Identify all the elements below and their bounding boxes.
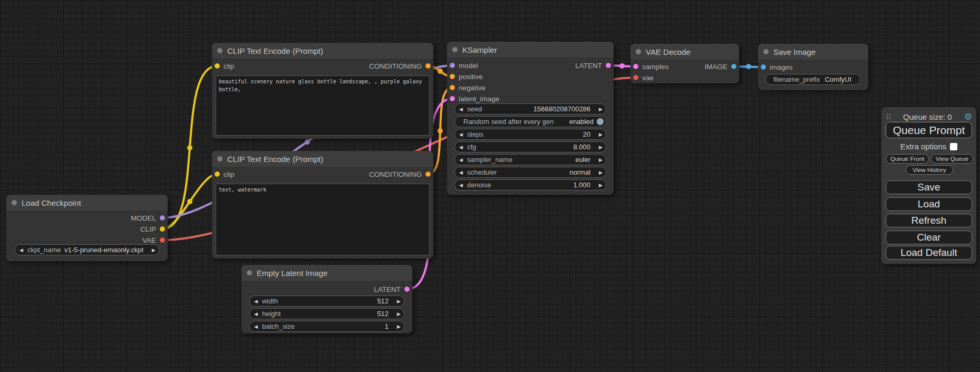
decrement-arrow-icon[interactable]: ◀ [455, 107, 467, 112]
steps-widget[interactable]: ◀ steps 20 ▶ [454, 129, 606, 140]
increment-arrow-icon[interactable]: ▶ [394, 324, 404, 329]
clip-port-icon[interactable] [160, 226, 165, 232]
decrement-arrow-icon[interactable]: ◀ [455, 170, 467, 175]
load-button[interactable]: Load [886, 197, 972, 211]
image-port-icon[interactable] [731, 64, 736, 69]
increment-arrow-icon[interactable]: ▶ [394, 299, 404, 304]
output-slot-clip: CLIP [6, 225, 168, 233]
decrement-arrow-icon[interactable]: ◀ [15, 247, 27, 253]
seed-widget[interactable]: ◀ seed 156680208700286 ▶ [454, 103, 606, 115]
graph-canvas[interactable]: Load Checkpoint MODEL CLIP VAE ◀ ckpt_na… [0, 0, 980, 372]
increment-arrow-icon[interactable]: ▶ [596, 145, 606, 150]
queue-prompt-button[interactable]: Queue Prompt [886, 122, 972, 138]
collapse-dot-icon[interactable] [12, 200, 17, 205]
ckpt-name-widget[interactable]: ◀ ckpt_name v1-5-pruned-emaonly.ckpt ▶ [15, 244, 159, 255]
toggle-dot-icon[interactable] [596, 118, 604, 126]
decrement-arrow-icon[interactable]: ◀ [455, 132, 467, 137]
slot-row: model LATENT [447, 61, 614, 70]
decrement-arrow-icon[interactable]: ◀ [250, 324, 262, 329]
decrement-arrow-icon[interactable]: ◀ [250, 311, 262, 317]
clear-button[interactable]: Clear [886, 231, 972, 244]
extra-options-checkbox[interactable] [950, 143, 957, 150]
queue-menu-panel: Queue size: 0 ⚙ Queue Prompt Extra optio… [881, 107, 976, 264]
node-save-image[interactable]: Save Image images filename_prefix ComfyU… [758, 44, 868, 90]
view-history-button[interactable]: View History [906, 165, 953, 175]
menu-header: Queue size: 0 ⚙ [881, 111, 976, 122]
node-title-bar[interactable]: VAE Decode [630, 44, 739, 60]
increment-arrow-icon[interactable]: ▶ [596, 170, 606, 175]
decrement-arrow-icon[interactable]: ◀ [455, 145, 467, 150]
vae-port-icon[interactable] [633, 75, 638, 80]
collapse-dot-icon[interactable] [247, 270, 252, 275]
node-title-bar[interactable]: Empty Latent Image [241, 265, 412, 281]
output-slot-latent: LATENT [241, 285, 412, 293]
conditioning-port-icon[interactable] [425, 63, 431, 69]
latent-port-icon[interactable] [606, 63, 611, 68]
output-slot-model: MODEL [6, 214, 168, 222]
conditioning-port-icon[interactable] [425, 171, 431, 177]
slot-row: clip CONDITIONING [212, 62, 433, 70]
latent-port-icon[interactable] [450, 96, 455, 101]
node-clip-text-encode-negative[interactable]: CLIP Text Encode (Prompt) clip CONDITION… [212, 151, 433, 259]
node-title: Empty Latent Image [257, 269, 327, 278]
node-title: KSampler [462, 45, 497, 54]
vae-port-icon[interactable] [160, 237, 165, 243]
collapse-dot-icon[interactable] [763, 49, 769, 54]
collapse-dot-icon[interactable] [452, 47, 458, 52]
height-widget[interactable]: ◀ height 512 ▶ [249, 308, 404, 319]
decrement-arrow-icon[interactable]: ◀ [250, 299, 262, 304]
increment-arrow-icon[interactable]: ▶ [596, 132, 606, 137]
collapse-dot-icon[interactable] [217, 48, 222, 53]
node-title-bar[interactable]: CLIP Text Encode (Prompt) [212, 151, 433, 167]
node-empty-latent-image[interactable]: Empty Latent Image LATENT ◀ width 512 ▶ … [241, 265, 412, 333]
increment-arrow-icon[interactable]: ▶ [149, 247, 159, 253]
save-button[interactable]: Save [886, 180, 972, 194]
node-load-checkpoint[interactable]: Load Checkpoint MODEL CLIP VAE ◀ ckpt_na… [6, 195, 168, 261]
random-seed-toggle-widget[interactable]: Random seed after every gen enabled [454, 116, 606, 127]
node-vae-decode[interactable]: VAE Decode samples IMAGE vae [630, 44, 739, 83]
model-port-icon[interactable] [450, 63, 455, 68]
input-slot-latent-image: latent_image [447, 94, 614, 103]
drag-handle-icon[interactable] [887, 114, 891, 119]
images-port-icon[interactable] [761, 64, 766, 70]
decrement-arrow-icon[interactable]: ◀ [455, 183, 467, 188]
samples-port-icon[interactable] [633, 64, 638, 69]
latent-port-icon[interactable] [404, 287, 410, 292]
node-title-bar[interactable]: Save Image [758, 44, 868, 60]
clip-port-icon[interactable] [215, 63, 220, 69]
increment-arrow-icon[interactable]: ▶ [596, 183, 606, 188]
node-title-bar[interactable]: Load Checkpoint [6, 195, 168, 211]
clip-port-icon[interactable] [215, 171, 220, 177]
cfg-widget[interactable]: ◀ cfg 8.000 ▶ [454, 141, 606, 152]
node-title: CLIP Text Encode (Prompt) [227, 46, 323, 55]
gear-icon[interactable]: ⚙ [964, 112, 972, 121]
slot-row: samples IMAGE [630, 62, 739, 71]
collapse-dot-icon[interactable] [636, 49, 641, 54]
increment-arrow-icon[interactable]: ▶ [596, 157, 606, 163]
node-title-bar[interactable]: KSampler [447, 42, 614, 58]
conditioning-port-icon[interactable] [450, 74, 455, 79]
sampler-name-widget[interactable]: ◀ sampler_name euler ▶ [454, 154, 606, 165]
increment-arrow-icon[interactable]: ▶ [394, 311, 404, 317]
increment-arrow-icon[interactable]: ▶ [596, 107, 606, 112]
conditioning-port-icon[interactable] [450, 85, 455, 90]
decrement-arrow-icon[interactable]: ◀ [455, 157, 467, 163]
prompt-textarea[interactable]: beautiful scenery nature glass bottle la… [216, 75, 430, 136]
filename-prefix-widget[interactable]: filename_prefix ComfyUI [765, 74, 860, 85]
view-queue-button[interactable]: View Queue [931, 154, 973, 164]
node-title-bar[interactable]: CLIP Text Encode (Prompt) [212, 43, 433, 59]
node-ksampler[interactable]: KSampler model LATENT positive negative … [447, 42, 614, 195]
batch-size-widget[interactable]: ◀ batch_size 1 ▶ [249, 321, 404, 332]
scheduler-widget[interactable]: ◀ scheduler normal ▶ [454, 167, 606, 178]
node-clip-text-encode-positive[interactable]: CLIP Text Encode (Prompt) clip CONDITION… [212, 43, 433, 139]
collapse-dot-icon[interactable] [217, 156, 222, 161]
model-port-icon[interactable] [160, 215, 165, 221]
load-default-button[interactable]: Load Default [886, 246, 972, 260]
prompt-textarea[interactable]: text, watermark [216, 184, 430, 255]
denoise-widget[interactable]: ◀ denoise 1.000 ▶ [454, 179, 606, 190]
width-widget[interactable]: ◀ width 512 ▶ [249, 295, 404, 307]
refresh-button[interactable]: Refresh [886, 214, 972, 227]
queue-front-button[interactable]: Queue Front [886, 154, 929, 164]
input-slot-images: images [758, 63, 868, 71]
node-title: VAE Decode [646, 47, 691, 56]
